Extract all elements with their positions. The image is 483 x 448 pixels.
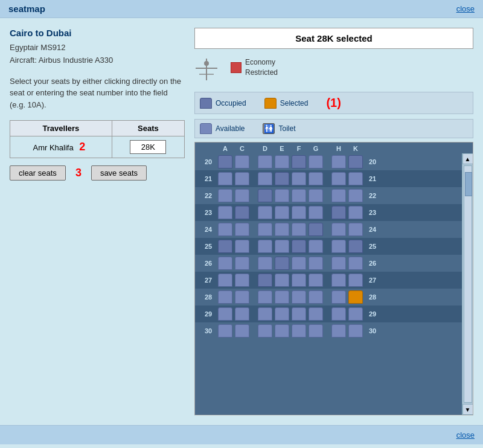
seat-25E[interactable] [275, 240, 289, 253]
seat-26E[interactable] [275, 257, 289, 270]
seat-25K[interactable] [348, 240, 363, 253]
header-close-link[interactable]: close [456, 4, 475, 13]
seat-23D[interactable] [258, 206, 272, 219]
seat-29F[interactable] [292, 307, 306, 321]
seat-28G[interactable] [309, 290, 323, 304]
seat-30C[interactable] [235, 324, 249, 338]
seat-22D[interactable] [258, 189, 272, 202]
seat-30E[interactable] [275, 324, 289, 338]
seat-21H[interactable] [331, 172, 346, 185]
seat-26D[interactable] [258, 257, 272, 270]
seat-21E[interactable] [275, 172, 289, 185]
legend-selected: Selected [264, 96, 309, 110]
seat-22A[interactable] [218, 189, 232, 202]
footer-close-link[interactable]: close [456, 430, 475, 440]
seat-21F[interactable] [292, 172, 306, 185]
seat-24C[interactable] [235, 223, 249, 236]
seat-25C[interactable] [235, 240, 249, 253]
clear-seats-button[interactable]: clear seats [10, 165, 66, 181]
seat-29A[interactable] [218, 307, 232, 321]
seat-26K[interactable] [348, 257, 363, 270]
seat-29E[interactable] [275, 307, 289, 321]
seat-27D[interactable] [258, 274, 272, 287]
seat-30F[interactable] [292, 324, 306, 338]
seat-27A[interactable] [218, 274, 232, 287]
seat-21C[interactable] [235, 172, 249, 185]
seat-24F[interactable] [292, 223, 306, 236]
seat-22E[interactable] [275, 189, 289, 202]
scroll-up-btn[interactable]: ▲ [462, 153, 473, 164]
seat-27C[interactable] [235, 274, 249, 287]
seat-22F[interactable] [292, 189, 306, 202]
seat-28C[interactable] [235, 290, 249, 304]
seat-20K[interactable] [348, 155, 363, 168]
seat-28H[interactable] [331, 290, 346, 304]
seat-20H[interactable] [331, 155, 346, 168]
seat-24G[interactable] [309, 223, 323, 236]
route-heading: Cairo to Dubai [10, 28, 185, 38]
seat-25F[interactable] [292, 240, 306, 253]
seat-27E[interactable] [275, 274, 289, 287]
seat-26H[interactable] [331, 257, 346, 270]
seat-29G[interactable] [309, 307, 323, 321]
seat-29D[interactable] [258, 307, 272, 321]
seat-23G[interactable] [309, 206, 323, 219]
seat-22K[interactable] [348, 189, 363, 202]
seat-26A[interactable] [218, 257, 232, 270]
seat-21D[interactable] [258, 172, 272, 185]
seat-23F[interactable] [292, 206, 306, 219]
scroll-down-btn[interactable]: ▼ [462, 404, 473, 415]
row-label-left-24: 24 [200, 226, 217, 233]
seat-20C[interactable] [235, 155, 249, 168]
seat-21G[interactable] [309, 172, 323, 185]
seat-22H[interactable] [331, 189, 346, 202]
seat-22G[interactable] [309, 189, 323, 202]
seat-28F[interactable] [292, 290, 306, 304]
seat-row-22: 2222 [195, 187, 462, 204]
seat-26G[interactable] [309, 257, 323, 270]
seat-24H[interactable] [331, 223, 346, 236]
seat-23A[interactable] [218, 206, 232, 219]
seat-29H[interactable] [331, 307, 346, 321]
seat-25A[interactable] [218, 240, 232, 253]
seat-20D[interactable] [258, 155, 272, 168]
seat-24D[interactable] [258, 223, 272, 236]
seat-30H[interactable] [331, 324, 346, 338]
save-seats-button[interactable]: save seats [91, 165, 147, 181]
seat-29K[interactable] [348, 307, 363, 321]
seat-input[interactable] [130, 140, 166, 154]
seat-30D[interactable] [258, 324, 272, 338]
seat-27H[interactable] [331, 274, 346, 287]
seat-25H[interactable] [331, 240, 346, 253]
seat-20E[interactable] [275, 155, 289, 168]
seat-27G[interactable] [309, 274, 323, 287]
seat-27F[interactable] [292, 274, 306, 287]
seat-20A[interactable] [218, 155, 232, 168]
seat-24K[interactable] [348, 223, 363, 236]
seat-23C[interactable] [235, 206, 249, 219]
seat-29C[interactable] [235, 307, 249, 321]
seat-23H[interactable] [331, 206, 346, 219]
seat-28A[interactable] [218, 290, 232, 304]
seat-24A[interactable] [218, 223, 232, 236]
seat-30A[interactable] [218, 324, 232, 338]
seat-26F[interactable] [292, 257, 306, 270]
seat-21K[interactable] [348, 172, 363, 185]
seat-25D[interactable] [258, 240, 272, 253]
seat-24E[interactable] [275, 223, 289, 236]
seat-28E[interactable] [275, 290, 289, 304]
seat-23E[interactable] [275, 206, 289, 219]
seat-20G[interactable] [309, 155, 323, 168]
seat-27K[interactable] [348, 274, 363, 287]
seatmap-scroll[interactable]: 2020212122222323242425252626272728282929… [195, 153, 462, 415]
seat-23K[interactable] [348, 206, 363, 219]
seat-21A[interactable] [218, 172, 232, 185]
seat-30K[interactable] [348, 324, 363, 338]
seat-28K[interactable] [348, 290, 363, 304]
seat-25G[interactable] [309, 240, 323, 253]
seat-22C[interactable] [235, 189, 249, 202]
seat-28D[interactable] [258, 290, 272, 304]
seat-26C[interactable] [235, 257, 249, 270]
seat-20F[interactable] [292, 155, 306, 168]
seat-30G[interactable] [309, 324, 323, 338]
